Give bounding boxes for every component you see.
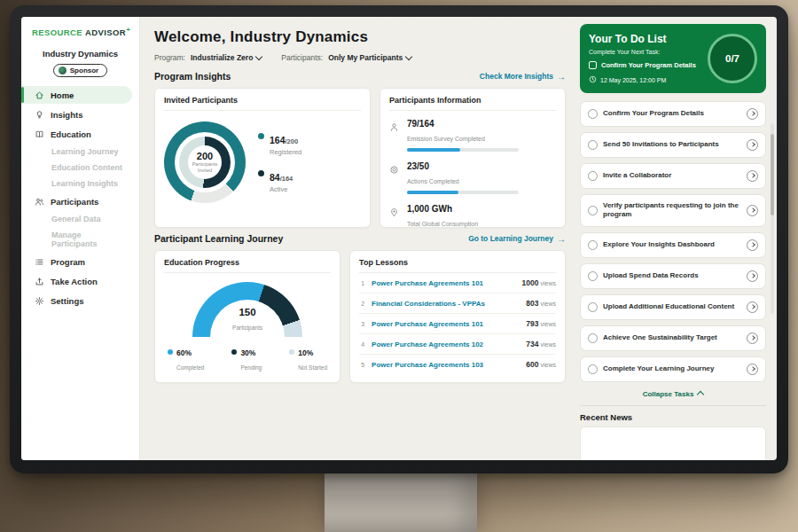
go-to-learning-journey-link[interactable]: Go to Learning Journey <box>468 234 566 244</box>
sidebar-item-insights[interactable]: Insights <box>21 106 132 123</box>
sidebar-item-education[interactable]: Education <box>21 125 132 143</box>
lesson-row: 2Financial Considerations - VPPAs803 vie… <box>359 293 556 314</box>
chevron-right-icon[interactable] <box>747 364 758 375</box>
sidebar-item-program[interactable]: Program <box>21 253 132 270</box>
task-checkbox[interactable] <box>588 109 598 119</box>
program-icon <box>34 256 44 267</box>
chevron-right-icon[interactable] <box>747 270 758 282</box>
chevron-down-icon <box>405 52 412 59</box>
participants-icon <box>34 196 44 207</box>
sidebar-item-label: Manage Participants <box>51 231 127 248</box>
todo-due: 12 May 2025, 12:00 PM <box>589 75 700 84</box>
task-checkbox[interactable] <box>588 333 598 343</box>
scrollbar-thumb[interactable] <box>771 134 774 215</box>
lesson-link[interactable]: Financial Considerations - VPPAs <box>372 300 520 308</box>
monitor-bezel: RESOURCEADVISOR+ Industry Dynamics Spons… <box>10 5 788 473</box>
lesson-views: 1000 views <box>522 278 556 287</box>
program-select[interactable]: Industrialize Zero <box>191 53 262 62</box>
task-item-verify-participants-requesting-to-join-the-program[interactable]: Verify participants requesting to join t… <box>580 194 766 227</box>
lessons-list: 1Power Purchase Agreements 1011000 views… <box>359 273 556 374</box>
sidebar-item-label: Learning Insights <box>51 179 118 188</box>
sidebar-item-take-action[interactable]: Take Action <box>21 272 132 290</box>
top-lessons-card: Top Lessons 1Power Purchase Agreements 1… <box>349 250 566 383</box>
card-title: Invited Participants <box>164 96 361 111</box>
chevron-right-icon[interactable] <box>747 170 758 182</box>
actions-icon <box>389 162 400 178</box>
chevron-down-icon <box>255 52 262 59</box>
task-item-send-50-invitations-to-participants[interactable]: Send 50 Invitations to Participants <box>580 132 766 158</box>
chevron-up-icon <box>697 391 704 398</box>
task-checkbox[interactable] <box>588 140 598 150</box>
task-item-invite-a-collaborator[interactable]: Invite a Collaborator <box>580 163 766 189</box>
task-checkbox[interactable] <box>588 206 598 215</box>
chevron-right-icon[interactable] <box>747 301 758 313</box>
scrollbar[interactable] <box>771 123 774 314</box>
education-progress-card: Education Progress 150 Participants 60%C… <box>154 250 340 383</box>
sidebar: RESOURCEADVISOR+ Industry Dynamics Spons… <box>21 17 140 460</box>
task-checkbox[interactable] <box>588 240 598 250</box>
sidebar-item-label: Settings <box>51 296 83 306</box>
task-checkbox[interactable] <box>588 271 598 281</box>
task-item-complete-your-learning-journey[interactable]: Complete Your Learning Journey <box>580 356 766 382</box>
program-select-value: Industrialize Zero <box>191 53 253 62</box>
page-title: Welcome, Industry Dynamics <box>154 28 566 46</box>
sidebar-item-learning-insights[interactable]: Learning Insights <box>21 176 132 191</box>
sidebar-item-label: Take Action <box>51 277 98 286</box>
sidebar-item-home[interactable]: Home <box>21 86 132 104</box>
participants-select[interactable]: Only My Participants <box>328 53 411 62</box>
sidebar-item-participants[interactable]: Participants <box>21 192 132 210</box>
chevron-right-icon[interactable] <box>747 139 758 151</box>
todo-progress-value: 0/7 <box>725 53 739 64</box>
recent-news-title: Recent News <box>580 405 766 426</box>
todo-next-task[interactable]: Confirm Your Program Details <box>589 61 700 69</box>
invited-donut-chart: 200 Participants Invited <box>164 121 246 203</box>
logo-plus: + <box>126 26 130 34</box>
lesson-link[interactable]: Power Purchase Agreements 101 <box>372 320 520 328</box>
donut-legend-item: 164/200Registered <box>258 131 301 156</box>
task-item-upload-spend-data-records[interactable]: Upload Spend Data Records <box>580 263 766 289</box>
sidebar-item-label: Learning Journey <box>51 147 119 156</box>
lesson-link[interactable]: Power Purchase Agreements 102 <box>372 340 520 348</box>
task-checkbox[interactable] <box>588 364 598 374</box>
task-label: Invite a Collaborator <box>603 171 741 180</box>
sidebar-item-settings[interactable]: Settings <box>21 292 132 309</box>
education-gauge-chart: 150 Participants <box>192 282 302 338</box>
chevron-right-icon[interactable] <box>747 205 758 216</box>
task-label: Verify participants requesting to join t… <box>603 201 741 220</box>
card-title: Top Lessons <box>359 258 556 273</box>
info-stat-emission-survey-completed: 79/164Emission Survey Completed <box>389 111 556 153</box>
task-item-explore-your-insights-dashboard[interactable]: Explore Your Insights Dashboard <box>580 232 766 258</box>
settings-icon <box>34 295 44 306</box>
logo-resource: RESOURCE <box>32 27 82 37</box>
participants-information-card: Participants Information 79/164Emission … <box>379 88 566 228</box>
sidebar-item-education-content[interactable]: Education Content <box>21 160 132 175</box>
app-window: RESOURCEADVISOR+ Industry Dynamics Spons… <box>21 17 777 460</box>
lesson-row: 3Power Purchase Agreements 101793 views <box>359 314 556 334</box>
chevron-right-icon[interactable] <box>747 332 758 344</box>
lesson-link[interactable]: Power Purchase Agreements 101 <box>372 279 517 287</box>
sidebar-item-general-data[interactable]: General Data <box>21 212 132 226</box>
task-item-confirm-your-program-details[interactable]: Confirm Your Program Details <box>580 101 766 127</box>
lesson-rank: 3 <box>359 321 366 327</box>
donut-center: 200 Participants Invited <box>188 145 222 179</box>
sidebar-item-label: Home <box>51 90 74 100</box>
gauge-legend-item: 10%Not Started <box>289 348 327 373</box>
education-icon <box>34 129 44 139</box>
task-checkbox[interactable] <box>588 171 598 181</box>
task-checkbox[interactable] <box>589 61 597 69</box>
filters-bar: Program: Industrialize Zero Participants… <box>154 53 566 62</box>
sidebar-item-learning-journey[interactable]: Learning Journey <box>21 145 132 159</box>
task-item-upload-additional-educational-content[interactable]: Upload Additional Educational Content <box>580 294 766 320</box>
collapse-tasks-link[interactable]: Collapse Tasks <box>580 387 766 405</box>
task-checkbox[interactable] <box>588 302 598 312</box>
chevron-right-icon[interactable] <box>747 108 758 120</box>
task-item-achieve-one-sustainability-target[interactable]: Achieve One Sustainability Target <box>580 325 766 351</box>
sponsor-badge[interactable]: Sponsor <box>53 64 107 77</box>
check-more-insights-link[interactable]: Check More Insights <box>480 72 566 82</box>
sidebar-item-manage-participants[interactable]: Manage Participants <box>21 228 132 251</box>
lesson-link[interactable]: Power Purchase Agreements 103 <box>372 361 520 369</box>
chevron-right-icon[interactable] <box>747 239 758 251</box>
consumption-icon <box>389 205 400 221</box>
section-title-program-insights: Program Insights <box>154 71 231 82</box>
info-stat-total-global-consumption: 1,000 GWhTotal Global Consumption <box>389 196 556 231</box>
